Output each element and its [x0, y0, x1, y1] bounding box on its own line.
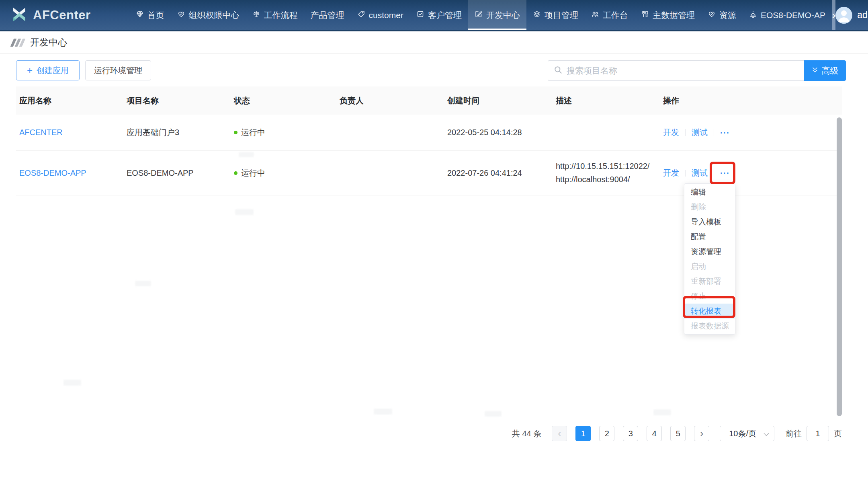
test-action-link[interactable]: 测试 [692, 127, 708, 138]
row-actions-context-menu: 编辑 删除 导入模板 配置 资源管理 启动 重新部署 停止 转化报表 报表数据源 [684, 183, 735, 335]
more-actions-button[interactable]: ··· [720, 168, 730, 178]
action-divider [685, 170, 686, 177]
breadcrumb: 开发中心 [0, 31, 868, 54]
menu-item-redeploy: 重新部署 [684, 274, 735, 289]
nav-item-resources[interactable]: 资源 [701, 0, 743, 30]
dev-action-link[interactable]: 开发 [663, 168, 679, 179]
action-divider [685, 129, 686, 136]
search-icon [554, 66, 563, 76]
nav-item-eos8-demo-app[interactable]: EOS8-DEMO-AP [743, 0, 832, 30]
layers-icon [533, 10, 541, 20]
nav-item-product[interactable]: 产品管理 [304, 0, 351, 30]
menu-item-import-template[interactable]: 导入模板 [684, 214, 735, 229]
nav-item-label: 项目管理 [545, 10, 578, 21]
chevron-down-icon [764, 429, 769, 438]
prev-page-button[interactable]: ‹ [552, 426, 567, 441]
nav-item-label: 客户管理 [428, 10, 462, 21]
page-button-1[interactable]: 1 [575, 426, 591, 441]
status-cell: 运行中 [234, 127, 340, 138]
next-page-button[interactable]: › [694, 426, 709, 441]
afcenter-logo-icon [10, 5, 28, 25]
create-app-label: 创建应用 [37, 65, 69, 76]
table-row: AFCENTER 应用基础门户3 运行中 2022-05-25 04:14:28… [16, 115, 842, 151]
goto-page-input[interactable] [807, 426, 829, 441]
dev-action-link[interactable]: 开发 [663, 127, 679, 138]
menu-item-configure[interactable]: 配置 [684, 229, 735, 244]
nav-scroll-right-button[interactable]: › [832, 0, 835, 30]
col-header-created: 创建时间 [447, 95, 556, 106]
col-header-status: 状态 [234, 95, 340, 106]
nav-item-home[interactable]: 首页 [129, 0, 171, 30]
nav-item-label: customer [369, 10, 403, 20]
nav-item-customer-mgmt[interactable]: 客户管理 [410, 0, 468, 30]
advanced-search-button[interactable]: 高级 [804, 60, 846, 81]
render-artifact [135, 281, 151, 286]
tools-icon [641, 10, 649, 20]
nav-item-label: 资源 [719, 10, 736, 21]
nav-item-project[interactable]: 项目管理 [526, 0, 585, 30]
test-action-link[interactable]: 测试 [692, 168, 708, 179]
action-divider [714, 170, 714, 177]
nav-item-workflow[interactable]: 工作流程 [246, 0, 304, 30]
chevron-right-icon: › [700, 428, 703, 439]
nav-item-label: 工作台 [603, 10, 628, 21]
col-header-actions: 操作 [663, 95, 839, 106]
menu-item-edit[interactable]: 编辑 [684, 185, 735, 199]
status-cell: 运行中 [234, 168, 340, 179]
page-size-label: 10条/页 [729, 428, 756, 439]
render-artifact [235, 209, 254, 215]
menu-item-convert-report[interactable]: 转化报表 [684, 304, 735, 318]
render-artifact [653, 409, 671, 415]
search-box [548, 60, 804, 81]
nav-item-label: 产品管理 [311, 10, 344, 21]
tag-icon [357, 10, 365, 20]
app-table: 应用名称 项目名称 状态 负责人 创建时间 描述 操作 AFCENTER 应用基… [16, 86, 842, 195]
chevron-right-icon: › [832, 9, 835, 22]
col-header-owner: 负责人 [340, 95, 447, 106]
nav-item-workbench[interactable]: 工作台 [585, 0, 635, 30]
status-dot-icon [234, 171, 237, 175]
status-dot-icon [234, 131, 237, 134]
toolbar: + 创建应用 运行环境管理 高级 [0, 54, 868, 86]
vertical-scrollbar[interactable] [837, 117, 842, 416]
project-name-cell: EOS8-DEMO-APP [127, 168, 234, 178]
nav-item-master-data[interactable]: 主数据管理 [635, 0, 701, 30]
render-artifact [239, 152, 254, 157]
avatar [835, 7, 852, 24]
page-button-2[interactable]: 2 [599, 426, 614, 441]
page-button-5[interactable]: 5 [670, 426, 686, 441]
col-header-project-name: 项目名称 [127, 95, 234, 106]
menu-item-resource-mgmt[interactable]: 资源管理 [684, 244, 735, 259]
description-cell: http://10.15.15.151:12022/ http://localh… [556, 160, 663, 186]
app-logo[interactable]: AFCenter [10, 0, 91, 30]
nav-item-label: 工作流程 [264, 10, 298, 21]
search-input[interactable] [567, 66, 798, 76]
actions-cell: 开发 测试 ··· [663, 127, 839, 138]
status-label: 运行中 [241, 127, 265, 138]
app-name-link[interactable]: AFCENTER [19, 128, 63, 137]
page-size-select[interactable]: 10条/页 [720, 426, 774, 441]
nav-item-customer[interactable]: customer [351, 0, 410, 30]
nav-item-label: 开发中心 [486, 10, 520, 21]
table-header-row: 应用名称 项目名称 状态 负责人 创建时间 描述 操作 [16, 86, 842, 115]
plus-icon: + [27, 66, 33, 75]
main-nav-menu: 首页 组织权限中心 工作流程 产品管理 customer 客户管理 开发中心 项… [129, 0, 832, 30]
render-artifact [63, 380, 81, 386]
more-actions-button[interactable]: ··· [720, 128, 730, 138]
action-divider [714, 129, 714, 136]
render-artifact [485, 411, 502, 417]
create-app-button[interactable]: + 创建应用 [16, 60, 80, 80]
page-button-4[interactable]: 4 [647, 426, 662, 441]
menu-item-delete: 删除 [684, 199, 735, 214]
nav-item-org-permission[interactable]: 组织权限中心 [171, 0, 246, 30]
page-button-3[interactable]: 3 [623, 426, 638, 441]
edit-icon [475, 10, 483, 20]
app-name-link[interactable]: EOS8-DEMO-APP [19, 168, 86, 177]
created-cell: 2022-05-25 04:14:28 [447, 128, 556, 137]
nav-item-dev-center[interactable]: 开发中心 [468, 0, 526, 30]
advanced-label: 高级 [822, 65, 839, 76]
render-artifact [374, 409, 392, 415]
runtime-env-label: 运行环境管理 [94, 65, 142, 76]
runtime-env-button[interactable]: 运行环境管理 [85, 60, 151, 80]
user-menu[interactable]: admin [835, 0, 868, 30]
